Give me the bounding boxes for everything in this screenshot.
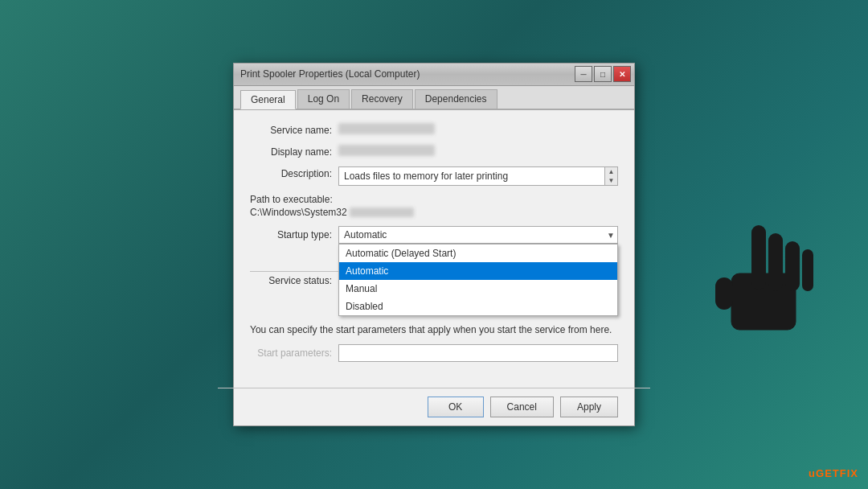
tab-logon[interactable]: Log On xyxy=(297,89,350,109)
path-label: Path to executable: xyxy=(250,194,618,205)
watermark: uGETFIX xyxy=(809,467,858,479)
cursor-hand-icon xyxy=(699,209,828,354)
path-value: C:\Windows\System32 xyxy=(250,207,618,218)
window-title: Print Spooler Properties (Local Computer… xyxy=(237,68,420,80)
watermark-suffix: FIX xyxy=(840,467,858,479)
dropdown-menu: Automatic (Delayed Start) Automatic Manu… xyxy=(338,244,618,316)
dropdown-arrow-icon: ▼ xyxy=(607,230,615,239)
scroll-up-arrow[interactable]: ▲ xyxy=(606,167,617,176)
tab-dependencies[interactable]: Dependencies xyxy=(415,89,497,109)
service-name-row: Service name: xyxy=(250,123,618,137)
dialog-buttons: OK Cancel Apply xyxy=(234,388,634,425)
start-params-input[interactable] xyxy=(338,344,618,362)
description-row: Description: Loads files to memory for l… xyxy=(250,166,618,186)
svg-rect-0 xyxy=(731,273,796,330)
startup-type-dropdown[interactable]: Automatic ▼ Automatic (Delayed Start) Au… xyxy=(338,226,618,244)
tab-recovery[interactable]: Recovery xyxy=(351,89,413,109)
display-name-value xyxy=(338,145,618,158)
start-params-label: Start parameters: xyxy=(250,347,338,359)
service-name-blurred xyxy=(338,123,435,134)
path-row: Path to executable: C:\Windows\System32 xyxy=(250,194,618,218)
properties-dialog: Print Spooler Properties (Local Computer… xyxy=(233,63,635,427)
ok-button[interactable]: OK xyxy=(428,397,484,417)
tab-bar: General Log On Recovery Dependencies xyxy=(234,86,634,110)
svg-rect-3 xyxy=(785,241,800,291)
dropdown-option-disabled[interactable]: Disabled xyxy=(339,298,617,315)
start-params-row: Start parameters: xyxy=(250,344,618,362)
startup-type-label: Startup type: xyxy=(250,229,338,240)
svg-rect-2 xyxy=(768,233,783,291)
description-scrollbar: ▲ ▼ xyxy=(604,167,617,185)
dropdown-option-manual[interactable]: Manual xyxy=(339,280,617,298)
display-name-row: Display name: xyxy=(250,145,618,158)
watermark-brand: GET xyxy=(816,467,840,479)
display-name-label: Display name: xyxy=(250,145,338,158)
dropdown-option-automatic[interactable]: Automatic xyxy=(339,262,617,280)
tab-general[interactable]: General xyxy=(240,90,296,109)
service-name-label: Service name: xyxy=(250,123,338,136)
tab-content: Service name: Display name: Description:… xyxy=(234,110,634,388)
maximize-button[interactable]: □ xyxy=(594,66,612,82)
scroll-down-arrow[interactable]: ▼ xyxy=(606,176,617,185)
svg-rect-1 xyxy=(751,225,766,290)
dropdown-option-delayed[interactable]: Automatic (Delayed Start) xyxy=(339,244,617,262)
dropdown-button[interactable]: Automatic ▼ xyxy=(338,226,618,244)
description-label: Description: xyxy=(250,166,338,179)
path-blurred xyxy=(350,208,414,217)
close-button[interactable]: ✕ xyxy=(613,66,631,82)
description-box: Loads files to memory for later printing… xyxy=(338,166,618,186)
title-bar-controls: ─ □ ✕ xyxy=(575,66,631,82)
description-text: Loads files to memory for later printing xyxy=(344,171,508,182)
startup-type-row: Startup type: Automatic ▼ Automatic (Del… xyxy=(250,226,618,244)
apply-button[interactable]: Apply xyxy=(560,397,618,417)
svg-rect-5 xyxy=(715,277,733,310)
path-prefix: C:\Windows\System32 xyxy=(250,207,347,218)
display-name-blurred xyxy=(338,145,435,156)
title-bar: Print Spooler Properties (Local Computer… xyxy=(234,64,634,86)
service-name-value xyxy=(338,123,618,137)
cancel-button[interactable]: Cancel xyxy=(490,397,554,417)
info-text: You can specify the start parameters tha… xyxy=(250,323,618,337)
service-status-label: Service status: xyxy=(250,275,338,286)
minimize-button[interactable]: ─ xyxy=(575,66,592,82)
dropdown-selected-value: Automatic xyxy=(344,229,387,240)
watermark-prefix: u xyxy=(809,467,816,479)
svg-rect-4 xyxy=(802,249,813,291)
